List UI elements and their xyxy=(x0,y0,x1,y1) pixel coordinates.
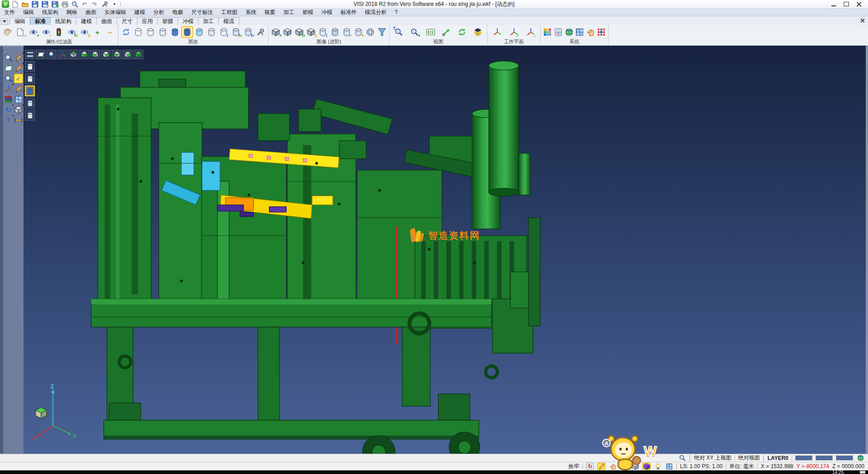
tab-modeling[interactable]: 建模 xyxy=(76,17,97,25)
display-shaded-button[interactable] xyxy=(25,85,35,96)
visibility-filter-button[interactable] xyxy=(53,26,65,38)
solid-stripes-button[interactable] xyxy=(329,26,341,38)
quick-access-dropdown[interactable]: ▾ xyxy=(110,0,118,8)
lock-label[interactable]: 拴牢 xyxy=(568,463,579,470)
workplane-move-button[interactable]: → xyxy=(525,26,537,38)
tab-dimension[interactable]: 尺寸 xyxy=(117,17,137,25)
filter-add-button[interactable]: + xyxy=(91,26,103,38)
menu-wireframe[interactable]: 线架构 xyxy=(38,9,62,16)
open-file-button[interactable] xyxy=(21,0,29,8)
close-button[interactable] xyxy=(856,2,862,6)
color-swatch-2[interactable] xyxy=(816,455,833,460)
hidden-line-view-button[interactable] xyxy=(145,26,156,38)
maximize-button[interactable] xyxy=(844,2,849,6)
ghost-view-button[interactable] xyxy=(157,26,169,38)
toolbar-dropdown-button[interactable] xyxy=(1,18,8,25)
viewport-axis-button[interactable] xyxy=(57,50,67,59)
view-back-button[interactable] xyxy=(123,50,132,59)
menu-electrode[interactable]: 电极 xyxy=(168,9,187,16)
print-button[interactable] xyxy=(61,0,69,8)
menu-mould[interactable]: 塑模 xyxy=(298,9,317,16)
tab-edit[interactable]: 编辑 xyxy=(9,17,30,25)
delete-entity-icon[interactable]: ▾ xyxy=(14,53,23,62)
menu-solid-edit[interactable]: 实体编辑 xyxy=(100,9,130,16)
wire-sphere-button[interactable] xyxy=(364,26,376,38)
filter-funnel-button[interactable] xyxy=(376,26,388,38)
menu-dimension[interactable]: 尺寸标注 xyxy=(187,9,217,16)
regen-graphics-button[interactable] xyxy=(120,26,132,38)
menu-drawing[interactable]: 工程图 xyxy=(217,9,241,16)
view-iso-button[interactable] xyxy=(133,50,143,59)
units-label[interactable]: 单位: 毫米 xyxy=(729,463,754,470)
color-table-button[interactable] xyxy=(542,26,553,38)
menu-modeling[interactable]: 建模 xyxy=(130,9,149,16)
zoom-window-button[interactable]: + xyxy=(409,26,420,38)
new-file-button[interactable] xyxy=(11,0,19,8)
show-desktop-button[interactable] xyxy=(860,471,865,474)
snap-settings-button[interactable] xyxy=(585,26,596,38)
redo-button[interactable]: ↷ xyxy=(90,0,99,8)
selection-filter-icon[interactable] xyxy=(4,53,13,62)
color-swatch-1[interactable] xyxy=(795,455,812,460)
menu-machining[interactable]: 加工 xyxy=(279,9,298,16)
globe-icon[interactable] xyxy=(856,455,864,462)
menu-surface[interactable]: 曲面 xyxy=(81,9,100,16)
menu-file[interactable]: 文件 xyxy=(0,9,19,16)
grid-settings-button[interactable] xyxy=(596,26,607,38)
confirm-icon[interactable]: ✓ xyxy=(14,74,23,83)
system-settings-button[interactable] xyxy=(564,26,575,38)
view-top-button[interactable] xyxy=(68,50,78,59)
tab-die[interactable]: 冲模 xyxy=(178,17,198,25)
save-button[interactable] xyxy=(31,0,39,8)
show-toggle-button[interactable]: ± xyxy=(79,26,90,38)
view-right-button[interactable] xyxy=(101,50,111,59)
flat-view-button[interactable] xyxy=(206,26,217,38)
solid-cube-icon[interactable]: ▾ xyxy=(14,105,23,114)
tab-flow[interactable]: 模流 xyxy=(218,17,239,25)
edit-attributes-button[interactable]: ○ xyxy=(14,26,26,38)
display-hidden-button[interactable] xyxy=(25,73,35,84)
color-swatch-3[interactable] xyxy=(836,455,853,460)
view-bottom-button[interactable] xyxy=(79,50,89,59)
menu-standard-parts[interactable]: 标准件 xyxy=(336,9,361,16)
viewport-zoom-button[interactable] xyxy=(47,50,57,59)
viewport-3d-canvas[interactable]: Z X Y 智造资料网 xyxy=(24,46,868,454)
search-icon[interactable] xyxy=(678,455,686,462)
shaded-edges-view-button[interactable] xyxy=(181,26,193,38)
solid-points-button[interactable]: ⋮ xyxy=(317,26,329,38)
sketch-spline-icon[interactable]: ~ xyxy=(14,84,23,94)
tab-machining[interactable]: 加工 xyxy=(198,17,219,25)
view-front-button[interactable] xyxy=(112,50,122,59)
solid-validate-button[interactable]: ✓ xyxy=(341,26,353,38)
image-refresh-button[interactable]: ↻ xyxy=(293,26,305,38)
view-assistant-button[interactable] xyxy=(472,26,484,38)
tab-standard[interactable]: 标准 xyxy=(30,17,51,25)
workplane-align-button[interactable]: ✓ xyxy=(508,26,520,38)
layer-manager-icon[interactable] xyxy=(4,95,13,104)
wcs-axis-icon[interactable]: ▾ xyxy=(4,84,13,94)
help-icon[interactable]: ?▾ xyxy=(4,115,13,125)
menu-edit[interactable]: 编辑 xyxy=(19,9,38,16)
redraw-view-button[interactable] xyxy=(456,26,468,38)
tab-wireframe[interactable]: 线架构 xyxy=(50,17,76,25)
tab-application[interactable]: 应用 xyxy=(137,17,158,25)
image-filter-button[interactable] xyxy=(282,26,293,38)
wireframe-view-button[interactable] xyxy=(132,26,144,38)
zoom-dynamic-icon[interactable]: ± xyxy=(4,74,13,83)
undo-button[interactable]: ↶ xyxy=(80,0,89,8)
save-as-button[interactable]: + xyxy=(41,0,49,8)
tab-mould[interactable]: 塑膜 xyxy=(157,17,178,25)
mesh-view-button[interactable]: ⋮ xyxy=(218,26,230,38)
solid-copy-button[interactable]: + xyxy=(353,26,364,38)
preview-button[interactable] xyxy=(71,0,79,8)
measure-icon[interactable] xyxy=(14,115,23,125)
pan-view-button[interactable] xyxy=(440,26,452,38)
macro-button[interactable] xyxy=(100,0,108,8)
sketch-circle-icon[interactable]: ○▾ xyxy=(14,63,23,73)
workplane-set-button[interactable] xyxy=(491,26,503,38)
view-left-button[interactable] xyxy=(90,50,100,59)
graphics-settings-button[interactable] xyxy=(255,26,266,38)
workplane-icon[interactable] xyxy=(4,63,13,73)
refresh-shading-button[interactable]: ↻ xyxy=(242,26,254,38)
window-settings-button[interactable] xyxy=(574,26,585,38)
